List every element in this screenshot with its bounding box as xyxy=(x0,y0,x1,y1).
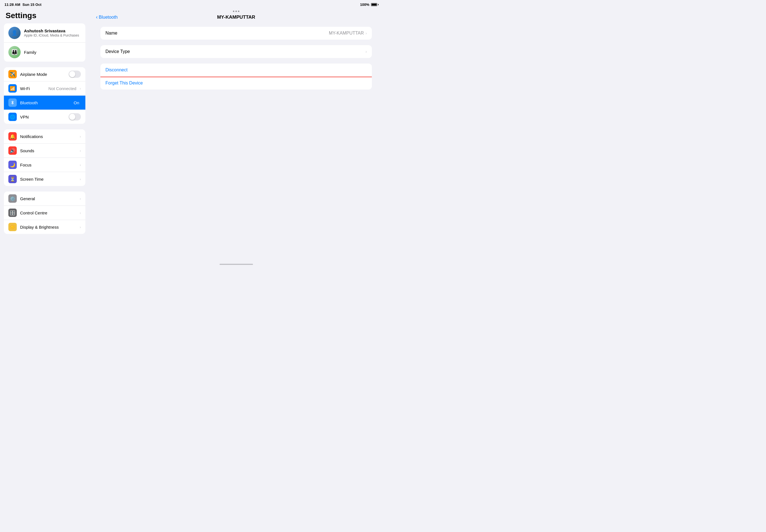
vpn-toggle[interactable] xyxy=(69,113,81,120)
status-time: 11:28 AM xyxy=(4,3,20,7)
right-content: Name MY-KAMPUTTAR › Device Type › Discon… xyxy=(89,22,383,262)
general-chevron: › xyxy=(80,197,81,201)
forget-label: Forget This Device xyxy=(105,81,143,86)
disconnect-button[interactable]: Disconnect xyxy=(100,64,372,77)
family-avatar: 👨‍👩‍👦 xyxy=(8,46,21,58)
bluetooth-icon xyxy=(8,98,17,107)
right-panel: ‹ Bluetooth MY-KAMPUTTAR Name MY-KAMPUTT… xyxy=(89,9,383,266)
notifications-label: Notifications xyxy=(20,134,78,139)
sounds-chevron: › xyxy=(80,149,81,153)
profile-section: 👤 Ashutosh Srivastava Apple ID, iCloud, … xyxy=(4,23,85,62)
control-centre-chevron: › xyxy=(80,211,81,215)
notifications-section: 🔔 Notifications › 🔊 Sounds › 🌙 Focus › ⏳… xyxy=(4,129,85,186)
sidebar-title: Settings xyxy=(0,9,89,23)
back-chevron-icon: ‹ xyxy=(96,14,98,20)
wifi-label: Wi-Fi xyxy=(20,86,49,91)
status-right: 100% xyxy=(360,3,378,7)
family-item[interactable]: 👨‍👩‍👦 Family xyxy=(4,43,85,62)
home-indicator xyxy=(89,262,383,266)
battery-icon xyxy=(371,3,378,6)
focus-label: Focus xyxy=(20,163,78,167)
sidebar-item-screen-time[interactable]: ⏳ Screen Time › xyxy=(4,172,85,186)
profile-info: Ashutosh Srivastava Apple ID, iCloud, Me… xyxy=(24,28,79,37)
sounds-icon: 🔊 xyxy=(8,146,17,155)
notifications-icon: 🔔 xyxy=(8,132,17,141)
notifications-chevron: › xyxy=(80,134,81,139)
device-type-label: Device Type xyxy=(105,49,365,54)
screen-time-label: Screen Time xyxy=(20,177,78,182)
sidebar-item-sounds[interactable]: 🔊 Sounds › xyxy=(4,144,85,158)
sidebar: Settings 👤 Ashutosh Srivastava Apple ID,… xyxy=(0,9,89,266)
control-centre-icon: 🎛️ xyxy=(8,209,17,217)
status-bar: 11:28 AM Sun 15 Oct 100% xyxy=(0,0,383,9)
name-item[interactable]: Name MY-KAMPUTTAR › xyxy=(100,27,372,40)
sidebar-item-general[interactable]: ⚙️ General › xyxy=(4,192,85,206)
bluetooth-value: On xyxy=(74,100,79,105)
display-brightness-icon: ☀️ xyxy=(8,223,17,231)
disconnect-label: Disconnect xyxy=(105,67,127,72)
control-centre-label: Control Centre xyxy=(20,211,78,215)
network-section: ✈️ Airplane Mode 📶 Wi-Fi Not Connected › xyxy=(4,67,85,124)
battery-percent: 100% xyxy=(360,3,369,7)
actions-card: Disconnect Forget This Device xyxy=(100,64,372,90)
profile-item[interactable]: 👤 Ashutosh Srivastava Apple ID, iCloud, … xyxy=(4,23,85,43)
sidebar-item-notifications[interactable]: 🔔 Notifications › xyxy=(4,129,85,144)
sidebar-item-control-centre[interactable]: 🎛️ Control Centre › xyxy=(4,206,85,220)
top-dots xyxy=(89,9,383,12)
family-label: Family xyxy=(24,50,36,55)
sidebar-item-bluetooth[interactable]: Bluetooth On xyxy=(4,96,85,110)
back-label: Bluetooth xyxy=(99,15,118,20)
screen-time-icon: ⏳ xyxy=(8,175,17,183)
sidebar-item-airplane-mode[interactable]: ✈️ Airplane Mode xyxy=(4,67,85,81)
airplane-mode-toggle[interactable] xyxy=(69,71,81,78)
general-section: ⚙️ General › 🎛️ Control Centre › ☀️ Disp… xyxy=(4,192,85,234)
device-type-chevron-icon: › xyxy=(365,49,367,54)
general-icon: ⚙️ xyxy=(8,194,17,203)
vpn-icon: 🌐 xyxy=(8,113,17,121)
name-label: Name xyxy=(105,31,329,36)
display-brightness-chevron: › xyxy=(80,225,81,229)
back-button[interactable]: ‹ Bluetooth xyxy=(96,14,118,20)
airplane-mode-label: Airplane Mode xyxy=(20,72,69,77)
screen-time-chevron: › xyxy=(80,177,81,181)
focus-icon: 🌙 xyxy=(8,161,17,169)
profile-subtitle: Apple ID, iCloud, Media & Purchases xyxy=(24,33,79,37)
general-label: General xyxy=(20,196,78,201)
device-type-card: Device Type › xyxy=(100,45,372,58)
main-layout: Settings 👤 Ashutosh Srivastava Apple ID,… xyxy=(0,9,383,266)
forget-device-button[interactable]: Forget This Device xyxy=(100,77,372,90)
avatar: 👤 xyxy=(8,27,21,39)
wifi-chevron: › xyxy=(80,86,81,91)
profile-name: Ashutosh Srivastava xyxy=(24,28,79,33)
sidebar-item-wifi[interactable]: 📶 Wi-Fi Not Connected › xyxy=(4,81,85,96)
sidebar-item-vpn[interactable]: 🌐 VPN xyxy=(4,110,85,124)
name-value: MY-KAMPUTTAR xyxy=(329,31,364,36)
vpn-label: VPN xyxy=(20,115,69,119)
sounds-label: Sounds xyxy=(20,148,78,153)
right-header: ‹ Bluetooth MY-KAMPUTTAR xyxy=(89,12,383,22)
device-type-item[interactable]: Device Type › xyxy=(100,45,372,58)
name-chevron-icon: › xyxy=(365,31,367,35)
name-card: Name MY-KAMPUTTAR › xyxy=(100,27,372,40)
airplane-mode-icon: ✈️ xyxy=(8,70,17,78)
device-title: MY-KAMPUTTAR xyxy=(217,14,255,20)
home-bar xyxy=(219,264,253,265)
display-brightness-label: Display & Brightness xyxy=(20,225,78,229)
sidebar-item-focus[interactable]: 🌙 Focus › xyxy=(4,158,85,172)
wifi-icon: 📶 xyxy=(8,84,17,93)
status-date: Sun 15 Oct xyxy=(23,3,42,7)
wifi-value: Not Connected xyxy=(49,86,76,91)
focus-chevron: › xyxy=(80,163,81,167)
bluetooth-label: Bluetooth xyxy=(20,100,74,105)
sidebar-item-display-brightness[interactable]: ☀️ Display & Brightness › xyxy=(4,220,85,234)
